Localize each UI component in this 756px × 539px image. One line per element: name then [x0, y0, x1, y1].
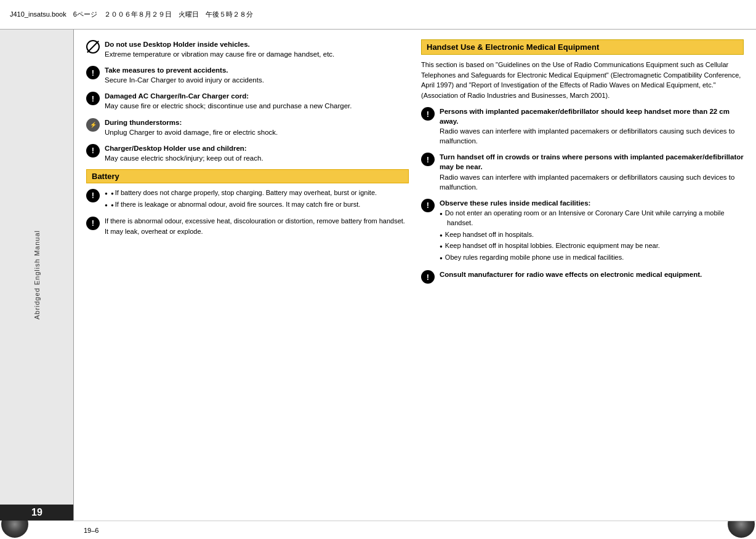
warning-text-5: Charger/Desktop Holder use and children:…: [105, 143, 409, 163]
observe-item-3: Keep handset off in hospital lobbies. El…: [440, 241, 744, 251]
bottom-bar: 19–6: [74, 521, 756, 539]
page-number: 19: [0, 505, 74, 521]
battery-bullet-2a: If there is leakage or abnormal odour, a…: [115, 201, 361, 208]
battery-header: Battery: [86, 169, 409, 183]
top-bar-text: J410_insatsu.book 6ページ ２００６年８月２９日 火曜日 午後…: [10, 10, 253, 19]
medical-text-1: Persons with implanted pacemaker/defibri…: [440, 106, 744, 146]
battery-item-2: ! If there is abnormal odour, excessive …: [86, 216, 409, 237]
medical-item-2: ! Turn handset off in crowds or trains w…: [421, 152, 744, 191]
observe-item-2: Keep handset off in hospitals.: [440, 230, 744, 240]
exclaim-icon-m1: !: [421, 107, 435, 121]
battery-bullet-2: ●If there is leakage or abnormal odour, …: [105, 200, 409, 210]
medical-title-1: Persons with implanted pacemaker/defibri…: [440, 108, 730, 125]
battery-item-1: ! ●If battery does not charge properly, …: [86, 188, 409, 210]
top-bar: J410_insatsu.book 6ページ ２００６年８月２９日 火曜日 午後…: [0, 0, 756, 30]
warning-title-1: Do not use Desktop Holder inside vehicle…: [105, 41, 250, 48]
exclaim-icon-m4: !: [421, 270, 435, 284]
intro-text: This section is based on "Guidelines on …: [421, 60, 744, 100]
medical-text-4: Consult manufacturer for radio wave effe…: [440, 270, 744, 279]
warning-item-4: ⚡ During thunderstorms: Unplug Charger t…: [86, 118, 409, 137]
medical-title-2: Turn handset off in crowds or trains whe…: [440, 153, 744, 170]
warning-item-1: Do not use Desktop Holder inside vehicle…: [86, 39, 409, 59]
battery-bullet-1: ●If battery does not charge properly, st…: [105, 188, 409, 198]
main-content: Do not use Desktop Holder inside vehicle…: [74, 30, 756, 521]
observe-list: Do not enter an operating room or an Int…: [440, 208, 744, 263]
exclaim-icon-2: !: [86, 66, 100, 79]
sidebar-label: Abridged English Manual: [33, 230, 41, 319]
warning-title-3: Damaged AC Charger/In-Car Charger cord:: [105, 92, 249, 100]
observe-item-4: Obey rules regarding mobile phone use in…: [440, 252, 744, 263]
battery-text-2: If there is abnormal odour, excessive he…: [105, 216, 409, 237]
warning-body-5: May cause electric shock/injury; keep ou…: [105, 154, 263, 162]
medical-title-4: Consult manufacturer for radio wave effe…: [440, 271, 702, 278]
warning-title-5: Charger/Desktop Holder use and children:: [105, 145, 247, 152]
exclaim-icon-m3: !: [421, 199, 435, 212]
left-column: Do not use Desktop Holder inside vehicle…: [86, 39, 409, 511]
exclaim-icon-5: !: [86, 144, 100, 158]
battery-text-1: ●If battery does not charge properly, st…: [105, 188, 409, 210]
medical-title-3: Observe these rules inside medical facil…: [440, 199, 590, 207]
warning-title-2: Take measures to prevent accidents.: [105, 66, 228, 74]
warning-text-2: Take measures to prevent accidents. Secu…: [105, 65, 409, 85]
warning-text-1: Do not use Desktop Holder inside vehicle…: [105, 39, 409, 59]
warning-body-4: Unplug Charger to avoid damage, fire or …: [105, 129, 278, 136]
medical-body-1: Radio waves can interfere with implanted…: [440, 127, 734, 145]
warning-title-4: During thunderstorms:: [105, 119, 182, 126]
warning-item-2: ! Take measures to prevent accidents. Se…: [86, 65, 409, 85]
medical-item-1: ! Persons with implanted pacemaker/defib…: [421, 106, 744, 146]
exclaim-icon-m2: !: [421, 153, 435, 166]
sidebar: Abridged English Manual 19: [0, 30, 74, 521]
observe-item-1: Do not enter an operating room or an Int…: [440, 208, 744, 228]
warning-body-1: Extreme temperature or vibration may cau…: [105, 50, 334, 58]
medical-text-3: Observe these rules inside medical facil…: [440, 198, 744, 264]
warning-text-3: Damaged AC Charger/In-Car Charger cord: …: [105, 91, 409, 111]
warning-body-2: Secure In-Car Charger to avoid injury or…: [105, 76, 264, 84]
warning-item-5: ! Charger/Desktop Holder use and childre…: [86, 143, 409, 163]
exclaim-icon-3: !: [86, 92, 100, 105]
handset-header: Handset Use & Electronic Medical Equipme…: [421, 39, 744, 55]
exclaim-icon-battery-1: !: [86, 189, 100, 202]
page-ref: 19–6: [84, 527, 99, 534]
medical-text-2: Turn handset off in crowds or trains whe…: [440, 152, 744, 191]
battery-body-2: If there is abnormal odour, excessive he…: [105, 217, 405, 235]
no-icon-1: [86, 40, 100, 54]
warning-body-3: May cause fire or electric shock; discon…: [105, 102, 352, 110]
medical-body-2: Radio waves can interfere with implanted…: [440, 174, 734, 191]
battery-bullet-1a: If battery does not charge properly, sto…: [115, 189, 377, 196]
right-column: Handset Use & Electronic Medical Equipme…: [421, 39, 744, 511]
warning-item-3: ! Damaged AC Charger/In-Car Charger cord…: [86, 91, 409, 111]
medical-item-4: ! Consult manufacturer for radio wave ef…: [421, 270, 744, 284]
warning-text-4: During thunderstorms: Unplug Charger to …: [105, 118, 409, 137]
exclaim-icon-battery-2: !: [86, 217, 100, 230]
medical-item-3: ! Observe these rules inside medical fac…: [421, 198, 744, 264]
charger-icon-4: ⚡: [86, 118, 100, 132]
